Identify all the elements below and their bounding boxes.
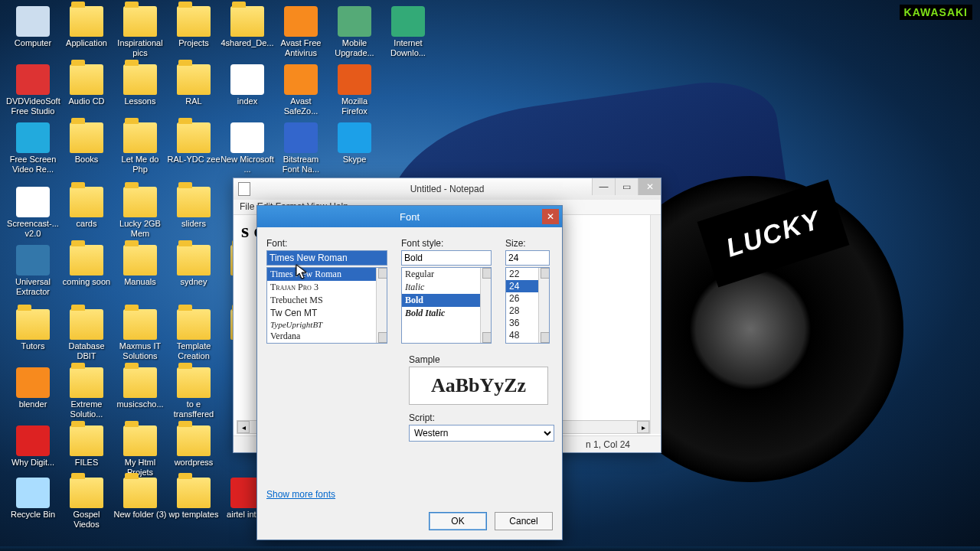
desktop-icon[interactable]: sydney bbox=[167, 245, 220, 287]
desktop-icon[interactable]: musicscho... bbox=[113, 367, 167, 409]
font-input[interactable] bbox=[266, 250, 387, 266]
folder-icon bbox=[177, 309, 211, 340]
folder-icon bbox=[70, 425, 103, 456]
desktop-icon[interactable]: Why Digit... bbox=[6, 425, 60, 468]
desktop-icon-label: Template Creation bbox=[167, 341, 220, 360]
list-item[interactable]: Bold Italic bbox=[402, 307, 491, 320]
desktop-icon-label: Books bbox=[60, 155, 113, 165]
size-list[interactable]: 22242628364872 bbox=[505, 267, 550, 344]
list-item[interactable]: Italic bbox=[402, 281, 491, 294]
desktop-icon[interactable]: Computer bbox=[6, 6, 60, 48]
desktop-icon[interactable]: Recycle Bin bbox=[6, 478, 60, 520]
desktop-icon[interactable]: Projects bbox=[167, 6, 220, 48]
desktop-icon[interactable]: New folder (3) bbox=[113, 478, 167, 520]
notepad-titlebar[interactable]: Untitled - Notepad — ▭ ✕ bbox=[234, 178, 661, 200]
show-more-fonts-link[interactable]: Show more fonts bbox=[266, 489, 335, 500]
desktop-icon-label: Tutors bbox=[6, 341, 60, 351]
desktop-icon[interactable]: Tutors bbox=[6, 309, 60, 351]
desktop-icon[interactable]: Free Screen Video Re... bbox=[6, 122, 60, 174]
desktop-icon[interactable]: Let Me do Php bbox=[113, 122, 167, 174]
size-input[interactable] bbox=[505, 250, 550, 266]
desktop-icon[interactable]: Gospel Viedos bbox=[60, 478, 113, 529]
app-icon bbox=[16, 187, 50, 217]
desktop-icon[interactable]: Application bbox=[60, 6, 113, 48]
font-dialog-titlebar[interactable]: Font ✕ bbox=[257, 206, 562, 227]
minimize-button[interactable]: — bbox=[592, 178, 615, 195]
desktop-icon-label: Projects bbox=[167, 38, 220, 48]
desktop-icon[interactable]: Manuals bbox=[113, 245, 167, 287]
ok-button[interactable]: OK bbox=[429, 512, 487, 530]
desktop-icon[interactable]: cards bbox=[60, 187, 113, 229]
desktop-icon[interactable]: Mobile Upgrade... bbox=[328, 6, 381, 57]
desktop-icon[interactable]: 4shared_De... bbox=[220, 6, 274, 48]
scrollbar[interactable] bbox=[376, 268, 387, 343]
close-button[interactable]: ✕ bbox=[638, 178, 661, 195]
desktop-icon[interactable]: Books bbox=[60, 122, 113, 165]
desktop-icon[interactable]: sliders bbox=[167, 187, 220, 229]
list-item[interactable]: Regular bbox=[402, 268, 491, 281]
folder-icon bbox=[123, 6, 157, 37]
desktop-icon[interactable]: Bitstream Font Na... bbox=[274, 122, 328, 174]
desktop-icon[interactable]: RAL bbox=[167, 64, 220, 106]
style-label: Font style: bbox=[401, 238, 492, 249]
scroll-right-icon[interactable]: ▸ bbox=[637, 421, 649, 433]
scroll-left-icon[interactable]: ◂ bbox=[237, 421, 250, 433]
scrollbar[interactable] bbox=[538, 268, 549, 343]
desktop-icon[interactable]: Inspirational pics bbox=[113, 6, 167, 57]
taskbar[interactable] bbox=[0, 546, 980, 551]
desktop-icon-label: index bbox=[220, 96, 274, 106]
desktop-icon[interactable]: DVDVideoSoft Free Studio bbox=[6, 64, 60, 116]
close-icon[interactable]: ✕ bbox=[542, 209, 559, 224]
desktop-icon[interactable]: Lessons bbox=[113, 64, 167, 106]
desktop-icon[interactable]: Universal Extractor bbox=[6, 245, 60, 296]
desktop-icon[interactable]: Internet Downlo... bbox=[381, 6, 435, 57]
desktop-icon[interactable]: wordpress bbox=[167, 425, 220, 468]
desktop-icon[interactable]: wp templates bbox=[167, 478, 220, 520]
desktop-icon[interactable]: Audio CD bbox=[60, 64, 113, 106]
app-icon bbox=[338, 122, 371, 153]
script-select[interactable]: Western bbox=[409, 425, 554, 442]
desktop-icon[interactable]: coming soon bbox=[60, 245, 113, 287]
font-list[interactable]: Times New RomanTrajan Pro 3Trebuchet MST… bbox=[266, 267, 387, 344]
list-item[interactable]: Times New Roman bbox=[267, 268, 387, 281]
desktop-icon[interactable]: Screencast-... v2.0 bbox=[6, 187, 60, 238]
desktop-icon-label: FILES bbox=[60, 458, 113, 468]
desktop-icon[interactable]: Lucky 2GB Mem bbox=[113, 187, 167, 238]
desktop-icon[interactable]: RAL-YDC zee bbox=[167, 122, 220, 165]
desktop-icon[interactable]: blender bbox=[6, 367, 60, 409]
desktop-icon[interactable]: Template Creation bbox=[167, 309, 220, 360]
folder-icon bbox=[177, 64, 211, 95]
desktop-icon-label: Audio CD bbox=[60, 96, 113, 106]
list-item[interactable]: Tw Cen MT bbox=[267, 307, 387, 319]
style-input[interactable] bbox=[401, 250, 492, 266]
vertical-scrollbar[interactable] bbox=[650, 215, 661, 434]
list-item[interactable]: TypeUprightBT bbox=[267, 319, 387, 330]
style-list[interactable]: RegularItalicBoldBold Italic bbox=[401, 267, 492, 344]
list-item[interactable]: Bold bbox=[402, 294, 491, 307]
desktop-icon[interactable]: Skype bbox=[328, 122, 381, 165]
desktop-icon[interactable]: Avast Free Antivirus bbox=[274, 6, 328, 57]
desktop-icon-label: Inspirational pics bbox=[113, 38, 167, 57]
desktop-icon[interactable]: Extreme Solutio... bbox=[60, 367, 113, 419]
desktop-icon[interactable]: My Html Projets bbox=[113, 425, 167, 477]
desktop-icon[interactable]: Maxmus IT Solutions bbox=[113, 309, 167, 360]
folder-icon bbox=[70, 6, 103, 37]
list-item[interactable]: Verdana bbox=[267, 330, 387, 343]
desktop-icon-label: cards bbox=[60, 219, 113, 229]
list-item[interactable]: Trajan Pro 3 bbox=[267, 281, 387, 294]
desktop-icon[interactable]: Database DBIT bbox=[60, 309, 113, 360]
folder-icon bbox=[70, 478, 103, 508]
scrollbar[interactable] bbox=[480, 268, 491, 343]
list-item[interactable]: Trebuchet MS bbox=[267, 294, 387, 307]
maximize-button[interactable]: ▭ bbox=[615, 178, 638, 195]
folder-icon bbox=[123, 425, 157, 456]
folder-icon bbox=[70, 309, 103, 340]
desktop-icon[interactable]: Avast SafeZo... bbox=[274, 64, 328, 116]
desktop-icon[interactable]: New Microsoft ... bbox=[220, 122, 274, 174]
cancel-button[interactable]: Cancel bbox=[495, 512, 553, 530]
desktop-icon[interactable]: to e transffered bbox=[167, 367, 220, 419]
desktop-icon[interactable]: FILES bbox=[60, 425, 113, 468]
desktop-icon[interactable]: index bbox=[220, 64, 274, 106]
desktop-icon[interactable]: Mozilla Firefox bbox=[328, 64, 381, 116]
desktop-icon-label: Computer bbox=[6, 38, 60, 48]
